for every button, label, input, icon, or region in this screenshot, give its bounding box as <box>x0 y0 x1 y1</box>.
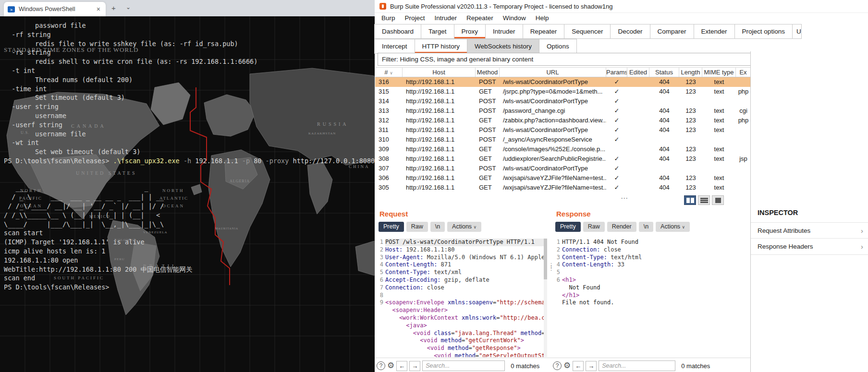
table-row[interactable]: 315http://192.168.1.1GET/jsrpc.php?type=… <box>375 87 751 96</box>
column-header-edited[interactable]: Edited <box>627 68 649 77</box>
render-button[interactable]: Render <box>607 222 636 232</box>
column-header-ex[interactable]: Ex <box>736 68 751 77</box>
inspector-title: INSPECTOR <box>758 209 798 216</box>
inspector-section-response-headers[interactable]: Response Headers› <box>751 239 868 255</box>
request-scrollbar[interactable] <box>544 239 547 357</box>
code-line: Not Found <box>552 284 747 292</box>
cell-edited <box>627 96 649 106</box>
menu-project[interactable]: Project <box>400 13 430 24</box>
response-editor[interactable]: 1HTTP/1.1 404 Not Found2Connection: clos… <box>552 239 747 357</box>
column-header-method[interactable]: Method <box>476 68 500 77</box>
help-icon[interactable]: ? <box>553 361 562 370</box>
tab-dropdown-icon[interactable]: ⌄ <box>126 4 131 11</box>
column-header-url[interactable]: URL <box>500 68 606 77</box>
tab-extender[interactable]: Extender <box>694 24 735 39</box>
pretty-button[interactable]: Pretty <box>379 222 404 232</box>
subtab-http-history[interactable]: HTTP history <box>415 39 468 54</box>
cell-method: GET <box>476 154 500 164</box>
columns-view-button[interactable] <box>684 195 696 205</box>
table-row[interactable]: 316http://192.168.1.1POST/wls-wsat/Coord… <box>375 77 751 87</box>
cell-host: http://192.168.1.1 <box>403 144 476 154</box>
column-header-mimetype[interactable]: MIME type <box>702 68 736 77</box>
menu-bar: BurpProjectIntruderRepeaterWindowHelp <box>375 13 553 24</box>
tab-dashboard[interactable]: Dashboard <box>374 24 421 39</box>
cell-status <box>649 96 679 106</box>
cell-num: 307 <box>375 164 403 173</box>
column-header-[interactable]: # ∨ <box>375 68 403 77</box>
cell-length: 123 <box>679 116 702 125</box>
next-match-button[interactable]: → <box>586 361 597 371</box>
column-header-length[interactable]: Length <box>679 68 702 77</box>
close-icon[interactable]: × <box>95 5 102 13</box>
cell-num: 309 <box>375 144 403 154</box>
subtab-websockets-history[interactable]: WebSockets history <box>467 39 539 54</box>
cell-status <box>649 135 679 144</box>
pretty-button[interactable]: Pretty <box>555 222 581 232</box>
subtab-options[interactable]: Options <box>539 39 577 54</box>
prev-match-button[interactable]: ← <box>573 361 584 371</box>
table-row[interactable]: 309http://192.168.1.1GET/console/images/… <box>375 144 751 154</box>
n-button[interactable]: \n <box>639 222 653 232</box>
cell-method: GET <box>476 173 500 183</box>
column-header-status[interactable]: Status <box>649 68 679 77</box>
help-icon[interactable]: ? <box>377 361 385 370</box>
menu-repeater[interactable]: Repeater <box>462 13 498 24</box>
tab-repeater[interactable]: Repeater <box>523 24 565 39</box>
stacked-view-button[interactable] <box>698 195 710 205</box>
terminal-body[interactable]: STANDARD TIME ZONES OF THE WORLDCANADAU.… <box>0 16 375 372</box>
column-header-params[interactable]: Params <box>606 68 627 77</box>
gear-icon[interactable]: ⚙ <box>563 361 571 370</box>
tab-sequencer[interactable]: Sequencer <box>564 24 611 39</box>
request-editor[interactable]: 1POST /wls-wsat/CoordinatorPortType HTTP… <box>376 239 544 357</box>
table-row[interactable]: 314http://192.168.1.1POST/wls-wsat/Coord… <box>375 96 751 106</box>
cell-length: 123 <box>679 125 702 135</box>
menu-help[interactable]: Help <box>531 13 554 24</box>
tab-proxy[interactable]: Proxy <box>454 24 486 39</box>
request-search-input[interactable] <box>422 360 505 371</box>
table-row[interactable]: 307http://192.168.1.1POST/wls-wsat/Coord… <box>375 164 751 173</box>
n-button[interactable]: \n <box>430 222 445 232</box>
next-match-button[interactable]: → <box>409 361 420 371</box>
raw-button[interactable]: Raw <box>583 222 605 232</box>
inspector-section-request-attributes[interactable]: Request Attributes› <box>751 222 868 239</box>
gear-icon[interactable]: ⚙ <box>387 361 394 370</box>
menu-burp[interactable]: Burp <box>377 13 400 24</box>
tab-target[interactable]: Target <box>421 24 454 39</box>
tab-project-options[interactable]: Project options <box>734 24 793 39</box>
subtab-intercept[interactable]: Intercept <box>374 39 415 54</box>
actions-button[interactable]: Actions ∨ <box>656 222 690 232</box>
actions-button[interactable]: Actions ∨ <box>447 222 481 232</box>
column-header-host[interactable]: Host <box>403 68 476 77</box>
tab-decoder[interactable]: Decoder <box>610 24 650 39</box>
table-row[interactable]: 313http://192.168.1.1POST/password_chang… <box>375 106 751 116</box>
code-line: 6<h1> <box>552 276 747 284</box>
tab-u[interactable]: U <box>792 24 802 39</box>
cell-url: /console/images/%252E./console.p... <box>500 144 606 154</box>
menu-window[interactable]: Window <box>498 13 531 24</box>
cell-length <box>679 135 702 144</box>
cell-mime: text <box>702 183 736 192</box>
terminal-tab[interactable]: > Windows PowerShell × <box>4 2 106 16</box>
tab-comparer[interactable]: Comparer <box>650 24 694 39</box>
cell-mime: text <box>702 125 736 135</box>
terminal-text: password file -rf string redis file to w… <box>4 21 375 292</box>
request-search-toolbar: ? ⚙ ← → 0 matches <box>377 360 539 372</box>
single-view-button[interactable] <box>712 195 724 205</box>
table-row[interactable]: 311http://192.168.1.1POST/wls-wsat/Coord… <box>375 125 751 135</box>
prev-match-button[interactable]: ← <box>396 361 407 371</box>
table-row[interactable]: 308http://192.168.1.1GET/uddiexplorer/Se… <box>375 154 751 164</box>
cell-ext <box>736 183 751 192</box>
response-search-input[interactable] <box>599 360 675 371</box>
tab-intruder[interactable]: Intruder <box>485 24 523 39</box>
cell-status: 404 <box>649 173 679 183</box>
raw-button[interactable]: Raw <box>406 222 428 232</box>
table-row[interactable]: 306http://192.168.1.1GET/wxjsapi/saveYZJ… <box>375 173 751 183</box>
menu-intruder[interactable]: Intruder <box>430 13 462 24</box>
table-row[interactable]: 312http://192.168.1.1GET/zabbix.php?acti… <box>375 116 751 125</box>
cell-ext <box>736 144 751 154</box>
splitter-handle-icon[interactable]: ⋯ <box>621 194 629 203</box>
new-tab-button[interactable]: + <box>111 4 116 12</box>
table-row[interactable]: 310http://192.168.1.1POST/_async/AsyncRe… <box>375 135 751 144</box>
table-row[interactable]: 305http://192.168.1.1GET/wxjsapi/saveYZJ… <box>375 183 751 192</box>
code-line: 4Content-Length: 871 <box>376 261 544 269</box>
